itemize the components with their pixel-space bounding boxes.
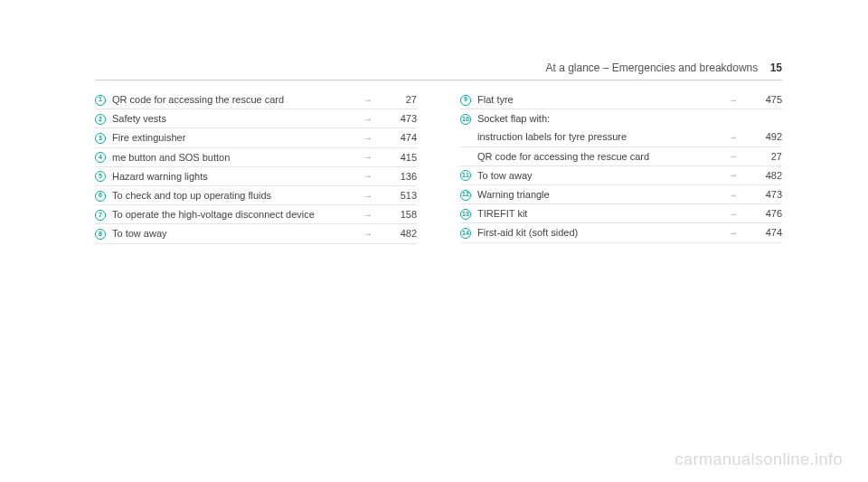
arrow-icon: → <box>724 132 742 143</box>
arrow-icon: → <box>359 171 377 182</box>
item-label: To operate the high-voltage disconnect d… <box>112 209 359 221</box>
list-item: 8 To tow away → 482 <box>95 224 417 243</box>
item-page-ref: 492 <box>742 131 782 143</box>
item-marker-icon: 12 <box>460 190 471 201</box>
item-marker-icon: 8 <box>95 229 106 240</box>
list-item: 14 First-aid kit (soft sided) → 474 <box>460 223 782 242</box>
arrow-icon: → <box>359 152 377 163</box>
header-page-number: 15 <box>770 61 782 74</box>
item-label: Safety vests <box>112 113 359 125</box>
item-marker-icon: 10 <box>460 114 471 125</box>
item-page-ref: 513 <box>377 190 417 202</box>
page-header: At a glance – Emergencies and breakdowns… <box>545 61 782 74</box>
item-page-ref: 475 <box>742 94 782 106</box>
list-item: 10 Socket flap with: <box>460 109 782 128</box>
arrow-icon: → <box>359 133 377 144</box>
list-item: 6 To check and top up operating fluids →… <box>95 186 417 205</box>
item-page-ref: 158 <box>377 209 417 221</box>
item-marker-icon: 2 <box>95 114 106 125</box>
item-label: QR code for accessing the rescue card <box>112 94 359 106</box>
header-title: At a glance – Emergencies and breakdowns <box>545 61 758 74</box>
arrow-icon: → <box>724 95 742 106</box>
arrow-icon: → <box>724 190 742 201</box>
list-item: 7 To operate the high-voltage disconnect… <box>95 205 417 224</box>
list-item: 5 Hazard warning lights → 136 <box>95 167 417 186</box>
arrow-icon: → <box>724 151 742 162</box>
item-label: To tow away <box>112 228 359 240</box>
item-page-ref: 415 <box>377 152 417 164</box>
item-marker-icon: 6 <box>95 191 106 202</box>
item-page-ref: 474 <box>742 227 782 239</box>
item-marker-icon <box>460 132 471 143</box>
list-item: 9 Flat tyre → 475 <box>460 90 782 109</box>
item-marker-icon: 1 <box>95 95 106 106</box>
item-marker-icon: 3 <box>95 133 106 144</box>
item-label: To check and top up operating fluids <box>112 190 359 202</box>
list-item: instruction labels for tyre pressure → 4… <box>460 128 782 146</box>
item-label: me button and SOS button <box>112 152 359 164</box>
list-item: 13 TIREFIT kit → 476 <box>460 204 782 223</box>
item-label: Flat tyre <box>477 94 724 106</box>
list-item: QR code for accessing the rescue card → … <box>460 147 782 166</box>
header-divider <box>95 80 782 80</box>
item-page-ref: 27 <box>377 94 417 106</box>
item-label: To tow away <box>477 170 724 182</box>
list-item: 1 QR code for accessing the rescue card … <box>95 90 417 109</box>
content-columns: 1 QR code for accessing the rescue card … <box>95 90 782 244</box>
item-page-ref: 482 <box>742 170 782 182</box>
arrow-icon: → <box>359 95 377 106</box>
arrow-icon: → <box>724 228 742 239</box>
arrow-icon: → <box>359 114 377 125</box>
arrow-icon: → <box>724 170 742 181</box>
arrow-icon: → <box>359 229 377 240</box>
item-label: First-aid kit (soft sided) <box>477 227 724 239</box>
item-marker-icon: 7 <box>95 210 106 221</box>
arrow-icon: → <box>359 210 377 221</box>
item-marker-icon: 14 <box>460 228 471 239</box>
list-item: 4 me button and SOS button → 415 <box>95 148 417 167</box>
item-label: Hazard warning lights <box>112 171 359 183</box>
right-column: 9 Flat tyre → 475 10 Socket flap with: i… <box>460 90 782 244</box>
item-page-ref: 474 <box>377 132 417 144</box>
item-page-ref: 473 <box>377 113 417 125</box>
left-column: 1 QR code for accessing the rescue card … <box>95 90 417 244</box>
item-label: Warning triangle <box>477 189 724 201</box>
item-marker-icon: 9 <box>460 95 471 106</box>
item-marker-icon: 11 <box>460 170 471 181</box>
list-item: 12 Warning triangle → 473 <box>460 185 782 204</box>
list-item: 3 Fire extinguisher → 474 <box>95 128 417 147</box>
arrow-icon: → <box>359 191 377 202</box>
item-page-ref: 473 <box>742 189 782 201</box>
item-label: Socket flap with: <box>477 113 724 125</box>
item-label: Fire extinguisher <box>112 132 359 144</box>
item-page-ref: 27 <box>742 151 782 163</box>
watermark-text: carmanualsonline.info <box>675 450 843 469</box>
arrow-icon: → <box>724 209 742 220</box>
item-marker-icon: 13 <box>460 209 471 220</box>
item-label: QR code for accessing the rescue card <box>477 151 724 163</box>
item-marker-icon: 5 <box>95 171 106 182</box>
item-marker-icon <box>460 151 471 162</box>
item-label: instruction labels for tyre pressure <box>477 131 724 143</box>
item-page-ref: 476 <box>742 208 782 220</box>
item-page-ref: 136 <box>377 171 417 183</box>
list-item: 2 Safety vests → 473 <box>95 109 417 128</box>
item-marker-icon: 4 <box>95 152 106 163</box>
item-label: TIREFIT kit <box>477 208 724 220</box>
item-page-ref: 482 <box>377 228 417 240</box>
list-item: 11 To tow away → 482 <box>460 166 782 185</box>
